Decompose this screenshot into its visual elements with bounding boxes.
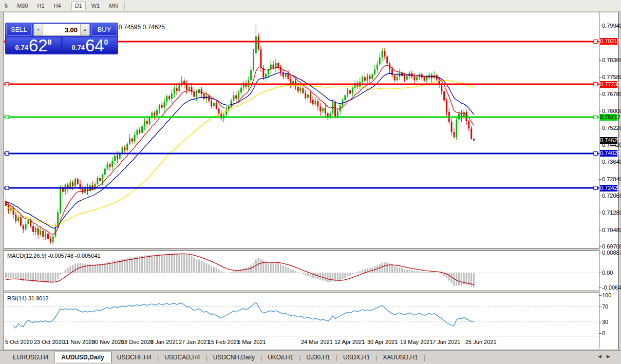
timeframe-button-mn[interactable]: MN [105,1,121,10]
price-tick-label: 0.76000 [602,108,621,114]
tab-dj30-h1[interactable]: DJ30,H1 [300,352,336,362]
macd-label: MACD(12,26,9) -0.005748 -0.005041 [7,253,101,259]
level-anchor[interactable] [5,151,9,155]
candle-body [305,93,306,98]
macd-bar [413,271,415,273]
sell-button[interactable]: SELL [6,24,32,36]
candle-body [42,231,44,237]
candle-body [159,105,160,110]
candle-body [178,85,180,91]
tab-usdx-h1[interactable]: USDX,H1 [337,352,375,362]
candle-body [238,93,239,99]
tabs-scroll-right-icon[interactable]: ▶ [607,354,610,359]
macd-bar [62,273,64,273]
price-tick-label: 0.69700 [602,243,621,250]
scale-tick [599,162,601,162]
macd-bar [235,271,237,273]
macd-bar [30,273,31,281]
candle-body [198,89,200,93]
candle-body [114,156,116,161]
macd-bar [456,273,457,286]
tab-audusd-daily[interactable]: AUDUSD,Daily [54,352,111,362]
candle-body [174,88,175,93]
macd-bar [268,262,269,273]
candle-body [82,189,83,193]
level-anchor[interactable] [594,40,597,43]
macd-bar [426,272,427,273]
level-anchor[interactable] [5,83,9,86]
candle-body [139,130,140,133]
candle-body [186,85,187,90]
macd-bar [270,262,272,273]
level-anchor[interactable] [594,151,597,155]
level-anchor[interactable] [594,116,597,119]
candle-body [109,164,110,167]
macd-bar [171,254,173,273]
toolbar-separator [124,2,125,10]
tab-ukoil-h1[interactable]: UKOil,H1 [262,352,299,362]
candle-body [45,234,46,237]
tab-xauusd-h1[interactable]: XAUUSD,H1 [377,352,424,362]
buy-price-quote[interactable]: 0.74 64 0 [63,37,117,53]
macd-bar [295,271,296,273]
macd-bar [146,255,148,273]
timeframe-button-m30[interactable]: M30 [13,1,31,10]
macd-bar [302,273,304,274]
candle-body [124,147,125,150]
level-anchor[interactable] [594,83,597,86]
date-label: 18 Dec 2020 [121,339,153,345]
rsi-indicator-pane[interactable] [4,293,599,335]
macd-bar [290,269,291,273]
macd-bar [253,263,254,273]
timeframe-button-5[interactable]: 5 [1,1,11,10]
macd-bar [325,273,326,281]
lot-size-input[interactable] [43,24,80,35]
toolbar-separator [68,2,68,10]
candle-body [32,226,34,232]
sell-price-quote[interactable]: 0.74 62 8 [6,37,61,53]
candle-body [216,103,217,109]
macd-bar [15,273,16,279]
candle-body [369,76,371,79]
macd-bar [382,263,383,273]
macd-bar [285,266,287,273]
timeframe-button-h4[interactable]: H4 [50,1,65,10]
candle-body [144,121,145,126]
candles-layer [5,24,475,245]
candle-body [208,96,210,101]
level-anchor[interactable] [5,186,9,190]
timeframe-button-w1[interactable]: W1 [88,1,104,10]
tabs-scroll-left-icon[interactable]: ◀ [598,354,601,359]
candle-body [255,36,257,53]
candle-body [117,156,118,159]
level-anchor[interactable] [5,116,9,119]
macd-bar [409,270,410,273]
scale-tick [599,246,601,247]
candle-body [20,217,22,225]
level-anchor[interactable] [594,186,597,190]
candle-body [451,122,453,132]
candle-body [253,53,254,70]
timeframe-button-d1[interactable]: D1 [71,1,86,10]
sell-price-prefix: 0.74 [15,44,28,51]
candle-body [161,105,163,107]
lot-decrease-icon[interactable]: ▼ [34,24,43,35]
tab-eurusd-h4[interactable]: EURUSD,H4 [7,352,54,362]
macd-bar [349,273,351,275]
chart-tab-bar: EURUSD,H4AUDUSD,DailyUSDCHF,H4|USDCAD,H4… [0,350,621,362]
macd-bar [411,270,412,273]
candle-body [104,168,106,175]
tab-usdcad-h4[interactable]: USDCAD,H4 [159,352,205,362]
macd-bar [151,255,153,273]
candle-body [374,69,375,74]
lot-increase-icon[interactable]: ▲ [80,24,89,35]
macd-bar [329,273,331,282]
macd-bar [54,273,56,281]
timeframe-button-h1[interactable]: H1 [34,1,48,10]
macd-bar [354,273,356,273]
tab-usdcnh-daily[interactable]: USDCNH,Daily [208,352,260,362]
macd-bar [149,255,150,273]
buy-button[interactable]: BUY [91,24,117,36]
tab-usdchf-h4[interactable]: USDCHF,H4 [111,352,157,362]
macd-bar [362,270,363,273]
